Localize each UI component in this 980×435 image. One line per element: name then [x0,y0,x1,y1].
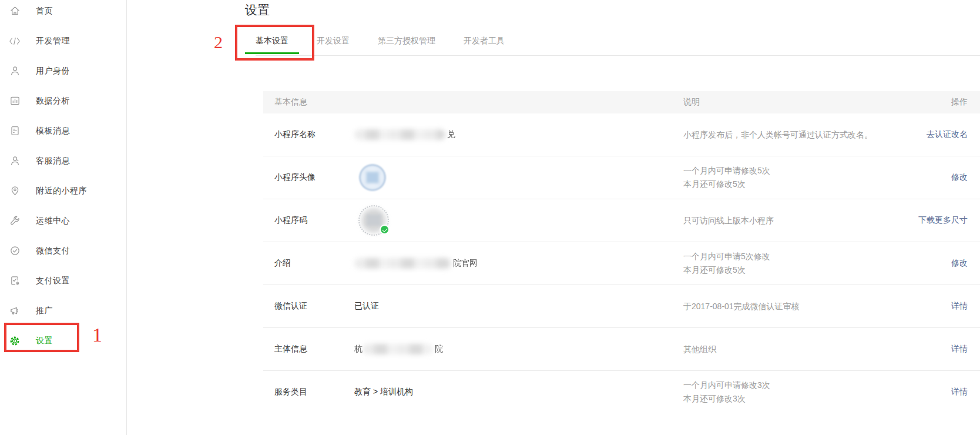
header-description: 说明 [683,97,700,108]
sidebar-item-label: 模板消息 [36,126,70,136]
mini-program-code-image [358,205,390,236]
table-row: 小程序名称兑小程序发布后，非个人类帐号可通过认证方式改名。去认证改名 [263,113,980,156]
table-row: 微信认证已认证于2017-08-01完成微信认证审核详情 [263,285,980,328]
table-header: 基本信息 说明 操作 [263,91,980,113]
sidebar-item-label: 客服消息 [36,156,70,166]
row-description: 一个月内可申请修改5次本月还可修改5次 [683,164,770,191]
template-icon [9,125,21,137]
row-label: 微信认证 [274,301,307,312]
sidebar-item-label: 支付设置 [36,276,70,286]
sidebar-item-pay-settings[interactable]: 支付设置 [0,266,126,296]
tab-1[interactable]: 基本设置 [256,36,288,54]
wrench-icon [9,215,21,227]
sidebar-item-home[interactable]: 首页 [0,0,126,26]
table-row: 小程序码只可访问线上版本小程序下载更多尺寸 [263,199,980,242]
table-body: 小程序名称兑小程序发布后，非个人类帐号可通过认证方式改名。去认证改名小程序头像一… [263,113,980,413]
sidebar-item-wrench[interactable]: 运维中心 [0,206,126,236]
header-basic-info: 基本信息 [274,97,307,108]
mini-program-avatar-image [359,164,386,191]
sidebar-item-code[interactable]: 开发管理 [0,26,126,56]
row-value: 教育 > 培训机构 [354,387,413,397]
sidebar-item-location-pin[interactable]: 附近的小程序 [0,176,126,206]
redacted-blur [354,258,451,269]
row-label: 服务类目 [274,387,307,397]
sidebar-item-label: 附近的小程序 [36,186,87,196]
action-link[interactable]: 详情 [951,387,968,397]
row-value [354,205,390,236]
tab-2[interactable]: 开发设置 [317,36,350,54]
sidebar-item-label: 开发管理 [36,36,70,46]
location-pin-icon [9,185,21,197]
redacted-suffix: 兑 [447,129,455,140]
sidebar-item-service-user[interactable]: 客服消息 [0,146,126,176]
sidebar-item-template[interactable]: 模板消息 [0,116,126,146]
sidebar-item-gear[interactable]: 设置 [0,326,126,356]
redacted-suffix: 院 [435,344,443,354]
redacted-blur [363,344,433,354]
row-label: 小程序码 [274,215,307,226]
row-description: 一个月内可申请修改3次本月还可修改3次 [683,379,770,406]
sidebar-nav: 首页开发管理用户身份数据分析模板消息客服消息附近的小程序运维中心微信支付支付设置… [0,0,126,356]
row-label: 小程序名称 [274,129,316,140]
row-description: 其他组织 [683,343,716,356]
row-label: 介绍 [274,258,291,269]
row-description: 于2017-08-01完成微信认证审核 [683,300,800,313]
row-value: 院官网 [354,258,478,269]
qr-blur-center [367,215,381,226]
sidebar-item-label: 首页 [36,6,53,16]
sidebar-item-pay-check[interactable]: 微信支付 [0,236,126,266]
sidebar-item-bar-chart[interactable]: 数据分析 [0,86,126,116]
tab-3[interactable]: 第三方授权管理 [378,36,435,54]
tab-4[interactable]: 开发者工具 [464,36,505,54]
service-user-icon [9,155,21,167]
action-link[interactable]: 修改 [951,172,968,183]
tab-bar: 基本设置开发设置第三方授权管理开发者工具 [256,36,505,54]
code-icon [9,35,21,47]
home-icon [9,5,21,17]
sidebar-item-user[interactable]: 用户身份 [0,56,126,86]
tab-bar-divider [256,55,980,56]
row-description: 只可访问线上版本小程序 [683,214,774,227]
row-label: 主体信息 [274,344,307,354]
redacted-suffix: 院官网 [453,258,478,269]
pay-settings-icon [9,275,21,287]
sidebar-item-megaphone[interactable]: 推广 [0,296,126,326]
sidebar: 首页开发管理用户身份数据分析模板消息客服消息附近的小程序运维中心微信支付支付设置… [0,0,127,435]
sidebar-item-label: 用户身份 [36,66,70,76]
redacted-prefix: 杭 [354,344,363,354]
row-value: 兑 [354,129,455,140]
megaphone-icon [9,305,21,317]
action-link[interactable]: 详情 [951,301,968,312]
gear-icon [9,335,21,347]
row-description: 小程序发布后，非个人类帐号可通过认证方式改名。 [683,128,872,142]
annotation-number-2: 2 [214,32,223,52]
wechat-badge-icon [380,225,390,235]
row-description: 一个月内可申请5次修改本月还可修改5次 [683,250,770,277]
table-row: 小程序头像一个月内可申请修改5次本月还可修改5次修改 [263,156,980,199]
sidebar-item-label: 微信支付 [36,246,70,256]
action-link[interactable]: 修改 [951,258,968,269]
bar-chart-icon [9,95,21,107]
action-link[interactable]: 去认证改名 [927,129,968,140]
sidebar-item-label: 推广 [36,306,53,316]
user-icon [9,65,21,77]
redacted-blur [354,129,445,140]
action-link[interactable]: 下载更多尺寸 [918,215,968,226]
header-action: 操作 [951,97,968,108]
row-label: 小程序头像 [274,172,316,183]
row-value: 已认证 [354,301,379,312]
table-row: 介绍院官网一个月内可申请5次修改本月还可修改5次修改 [263,242,980,285]
pay-check-icon [9,245,21,257]
basic-settings-table: 基本信息 说明 操作 小程序名称兑小程序发布后，非个人类帐号可通过认证方式改名。… [263,91,980,413]
sidebar-item-label: 数据分析 [36,96,70,106]
row-value [354,164,386,191]
page-title: 设置 [245,2,270,18]
row-value: 杭院 [354,344,443,354]
sidebar-item-label: 设置 [36,336,53,346]
table-row: 服务类目教育 > 培训机构一个月内可申请修改3次本月还可修改3次详情 [263,371,980,413]
sidebar-item-label: 运维中心 [36,216,70,226]
action-link[interactable]: 详情 [951,344,968,354]
table-row: 主体信息杭院其他组织详情 [263,328,980,371]
